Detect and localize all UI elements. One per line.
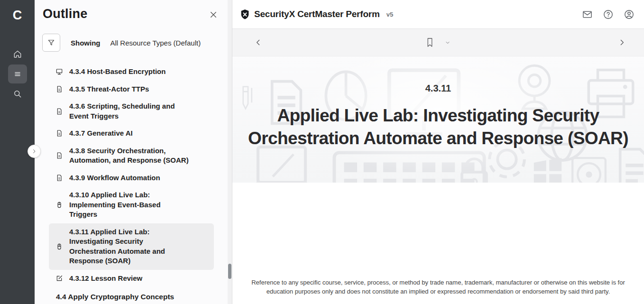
close-icon	[209, 10, 218, 19]
product-version: v5	[386, 11, 393, 18]
edit-icon	[55, 275, 63, 282]
outline-item-4-3-8[interactable]: 4.3.8 Security Orchestration, Automation…	[49, 142, 214, 169]
bookmark-menu-button[interactable]	[445, 40, 451, 46]
mail-icon	[582, 9, 593, 20]
header-actions	[581, 8, 635, 21]
outline-item-label: 4.3.9 Workflow Automation	[69, 173, 189, 183]
document-icon	[55, 85, 63, 93]
help-icon	[603, 9, 614, 20]
search-icon	[13, 89, 22, 99]
outline-panel: Outline Showing All Resource Types (Defa…	[35, 0, 232, 304]
close-outline-button[interactable]	[206, 8, 221, 23]
outline-list: 4.3.4 Host-Based Encryption 4.3.5 Threat…	[35, 63, 232, 301]
main-area: SecurityX CertMaster Perform v5	[232, 0, 644, 304]
outline-scrollbar-thumb[interactable]	[228, 264, 231, 279]
outline-section-4-4[interactable]: 4.4 Apply Cryptography Concepts	[56, 293, 232, 301]
outline-item-label: 4.3.4 Host-Based Encryption	[69, 67, 189, 77]
document-icon	[55, 108, 63, 115]
product-brand: SecurityX CertMaster Perform v5	[240, 9, 393, 20]
footer-disclaimer: Reference to any specific course, servic…	[247, 278, 630, 296]
bookmark-group	[426, 37, 451, 47]
outline-item-4-3-4[interactable]: 4.3.4 Host-Based Encryption	[49, 63, 214, 81]
outline-item-4-3-7[interactable]: 4.3.7 Generative AI	[49, 125, 214, 142]
account-button[interactable]	[623, 8, 635, 21]
lesson-number: 4.3.11	[232, 83, 644, 94]
outline-button[interactable]	[8, 64, 27, 83]
messages-button[interactable]	[581, 8, 594, 21]
brand-logo-letter: C	[13, 8, 22, 23]
chevron-left-icon	[254, 38, 262, 46]
home-button[interactable]	[8, 45, 27, 64]
outline-item-4-3-6[interactable]: 4.3.6 Scripting, Scheduling and Event Tr…	[49, 98, 214, 125]
document-icon	[55, 152, 63, 159]
account-icon	[624, 9, 635, 20]
outline-item-label: 4.3.7 Generative AI	[69, 129, 189, 138]
rail-nav	[8, 45, 27, 103]
lesson-banner: 4.3.11 Applied Live Lab: Investigating S…	[232, 56, 644, 183]
home-icon	[13, 49, 22, 59]
outline-item-4-3-5[interactable]: 4.3.5 Threat-Actor TTPs	[49, 81, 214, 98]
filter-value: All Resource Types (Default)	[110, 39, 201, 47]
document-icon	[55, 174, 63, 182]
securityx-shield-icon	[240, 9, 250, 20]
banner-text: 4.3.11 Applied Live Lab: Investigating S…	[232, 56, 644, 150]
chevron-right-icon	[618, 38, 626, 46]
filter-button[interactable]	[42, 34, 60, 52]
outline-item-label: 4.3.5 Threat-Actor TTPs	[69, 84, 189, 94]
app-window: C Outline Showing	[0, 0, 644, 304]
outline-item-label: 4.3.11 Applied Live Lab: Investigating S…	[69, 227, 189, 266]
help-button[interactable]	[602, 8, 615, 21]
outline-item-4-3-9[interactable]: 4.3.9 Workflow Automation	[49, 169, 214, 187]
outline-item-label: 4.3.10 Applied Live Lab: Implementing Ev…	[69, 190, 189, 220]
outline-item-4-3-10[interactable]: 4.3.10 Applied Live Lab: Implementing Ev…	[49, 186, 214, 223]
mouse-icon	[55, 201, 63, 209]
outline-item-4-3-11-selected[interactable]: 4.3.11 Applied Live Lab: Investigating S…	[49, 223, 214, 270]
brand-logo[interactable]: C	[8, 6, 27, 25]
outline-item-label: 4.3.6 Scripting, Scheduling and Event Tr…	[69, 101, 189, 121]
top-header: SecurityX CertMaster Perform v5	[232, 0, 644, 29]
filter-funnel-icon	[47, 38, 55, 47]
chevron-right-icon	[31, 148, 37, 154]
list-icon	[13, 69, 22, 79]
next-page-button[interactable]	[618, 38, 626, 46]
lesson-title: Applied Live Lab: Investigating Security…	[232, 104, 644, 150]
bookmark-button[interactable]	[426, 37, 434, 47]
filter-row: Showing All Resource Types (Default)	[42, 34, 232, 52]
outline-scrollbar-track[interactable]	[228, 0, 232, 304]
lesson-toolbar	[232, 29, 644, 56]
document-icon	[55, 129, 63, 137]
monitor-icon	[55, 68, 63, 75]
chevron-down-icon	[445, 40, 451, 46]
showing-label: Showing	[71, 39, 101, 47]
panel-expand-button[interactable]	[28, 145, 41, 158]
bookmark-icon	[426, 37, 434, 47]
previous-page-button[interactable]	[254, 38, 262, 46]
mouse-icon	[55, 243, 63, 250]
product-name: SecurityX CertMaster Perform	[254, 9, 380, 19]
outline-panel-header: Outline	[35, 0, 232, 23]
search-button[interactable]	[8, 84, 27, 103]
outline-title: Outline	[43, 7, 87, 21]
outline-item-4-3-12[interactable]: 4.3.12 Lesson Review	[49, 270, 214, 287]
outline-item-label: 4.3.12 Lesson Review	[69, 274, 189, 284]
outline-item-label: 4.3.8 Security Orchestration, Automation…	[69, 146, 189, 166]
